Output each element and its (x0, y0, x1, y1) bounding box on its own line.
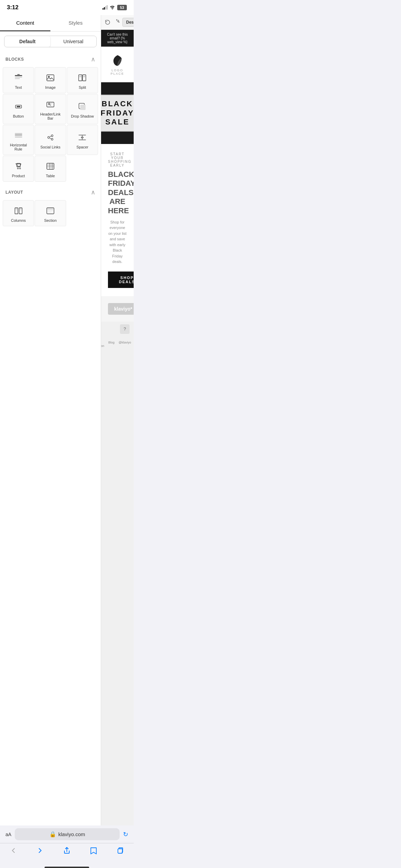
social-links-icon (45, 132, 56, 143)
svg-rect-36 (47, 163, 54, 169)
svg-point-5 (48, 76, 49, 77)
block-button-label: Button (13, 114, 24, 118)
link-klaviyo[interactable]: @klaviyo (119, 341, 131, 351)
tabs-button[interactable] (113, 845, 127, 856)
block-image[interactable]: Image (35, 67, 66, 93)
toggle-universal[interactable]: Universal (50, 36, 96, 47)
link-blog[interactable]: Blog (108, 341, 114, 351)
svg-rect-28 (48, 135, 53, 140)
block-text[interactable]: Text (3, 67, 34, 93)
redo-button[interactable] (113, 19, 120, 26)
tab-content[interactable]: Content (0, 15, 50, 31)
block-product[interactable]: Product (3, 156, 34, 182)
svg-rect-0 (15, 75, 22, 76)
svg-rect-12 (47, 102, 54, 107)
svg-rect-16 (51, 103, 53, 104)
preview-toolbar: Desktop Mobile Preview (101, 15, 134, 30)
svg-line-14 (50, 105, 51, 106)
drop-shadow-icon (77, 101, 88, 112)
default-universal-toggle: Default Universal (4, 36, 97, 47)
block-horizontal-rule[interactable]: Horizontal Rule (3, 125, 34, 155)
desktop-button[interactable]: Desktop (122, 18, 134, 27)
email-cta-button[interactable]: SHOP DEALS (108, 272, 134, 288)
svg-rect-49 (47, 210, 53, 211)
svg-rect-2 (15, 78, 20, 79)
right-panel: Desktop Mobile Preview Can't see this em… (101, 15, 134, 825)
block-header-link-label: Header/Link Bar (38, 112, 63, 120)
svg-point-25 (51, 138, 53, 140)
image-icon (45, 72, 56, 83)
back-button[interactable] (7, 845, 20, 856)
tab-styles[interactable]: Styles (50, 15, 101, 31)
block-text-label: Text (15, 85, 22, 89)
block-table-label: Table (46, 174, 55, 178)
layout-grid: Columns Section (0, 199, 101, 229)
email-hero: BLACK FRIDAY SALE (101, 82, 134, 144)
blocks-section-header: BLOCKS ∧ (0, 51, 101, 66)
svg-rect-21 (15, 135, 22, 135)
svg-rect-20 (15, 133, 22, 134)
logo-text: LOGO PLACE (108, 69, 127, 75)
help-button[interactable]: ? (120, 324, 130, 334)
block-button[interactable]: Button (3, 94, 34, 124)
block-section[interactable]: Section (35, 200, 66, 226)
email-footer: klaviyo* (101, 296, 134, 322)
block-spacer[interactable]: Spacer (67, 125, 98, 155)
svg-rect-4 (47, 75, 54, 81)
status-icons: 53 (102, 5, 127, 10)
klaviyo-logo: klaviyo* (108, 303, 134, 315)
email-preview[interactable]: Can't see this email? {% web_view %} LOG… (101, 30, 134, 825)
address-bar[interactable]: 🔒 klaviyo.com (15, 828, 120, 840)
svg-rect-51 (118, 849, 122, 853)
svg-point-34 (19, 168, 21, 169)
logo-placeholder: LOGO PLACE (108, 53, 127, 75)
block-product-label: Product (12, 174, 25, 178)
text-icon (13, 72, 24, 83)
share-button[interactable] (60, 845, 74, 856)
bookmarks-button[interactable] (87, 845, 100, 856)
svg-rect-11 (16, 106, 20, 107)
block-table[interactable]: Table (35, 156, 66, 182)
help-area: ? (101, 322, 134, 337)
email-body: START YOUR SHOPPING EARLY BLACK FRIDAYDE… (101, 144, 134, 296)
blocks-section-title: BLOCKS (5, 57, 24, 62)
toggle-default[interactable]: Default (4, 36, 50, 47)
email-headline: BLACK FRIDAYDEALS ARE HERE (108, 170, 127, 215)
url-text: klaviyo.com (58, 831, 85, 837)
spacer-icon (77, 132, 88, 143)
layout-section-toggle[interactable]: ∧ (91, 189, 95, 196)
block-image-label: Image (45, 85, 56, 89)
reload-button[interactable]: ↻ (123, 831, 128, 838)
svg-line-26 (49, 136, 51, 137)
email-subtitle: START YOUR SHOPPING EARLY (108, 152, 127, 167)
logo-leaf-icon (111, 53, 124, 67)
svg-rect-44 (20, 208, 21, 209)
link-support[interactable]: Support & Documentation (101, 341, 104, 351)
block-columns-label: Columns (11, 218, 26, 222)
block-social-links[interactable]: Social Links (35, 125, 66, 155)
status-bar: 3:12 53 (0, 0, 134, 15)
undo-button[interactable] (105, 19, 111, 26)
block-drop-shadow[interactable]: Drop Shadow (67, 94, 98, 124)
block-columns[interactable]: Columns (3, 200, 34, 226)
svg-point-15 (49, 104, 50, 104)
email-content: Can't see this email? {% web_view %} LOG… (101, 30, 134, 355)
svg-rect-6 (79, 75, 82, 81)
block-section-label: Section (44, 218, 57, 222)
block-header-link-bar[interactable]: Header/Link Bar (35, 94, 66, 124)
layout-section-title: LAYOUT (5, 190, 23, 195)
svg-rect-22 (15, 136, 22, 138)
horizontal-rule-icon (13, 130, 24, 141)
split-icon (77, 72, 88, 83)
font-size-button[interactable]: aA (5, 832, 11, 837)
svg-rect-48 (47, 208, 53, 210)
email-logo: LOGO PLACE (101, 47, 134, 82)
block-spacer-label: Spacer (76, 145, 88, 149)
email-bottom-links: Support & Documentation Blog @klaviyo ? … (101, 337, 134, 355)
forward-button[interactable] (33, 845, 47, 856)
block-split[interactable]: Split (67, 67, 98, 93)
svg-rect-17 (51, 104, 52, 104)
signal-bars-icon (102, 5, 108, 10)
email-description: Shop for everyone on your list and savew… (108, 219, 127, 265)
blocks-section-toggle[interactable]: ∧ (91, 56, 95, 63)
